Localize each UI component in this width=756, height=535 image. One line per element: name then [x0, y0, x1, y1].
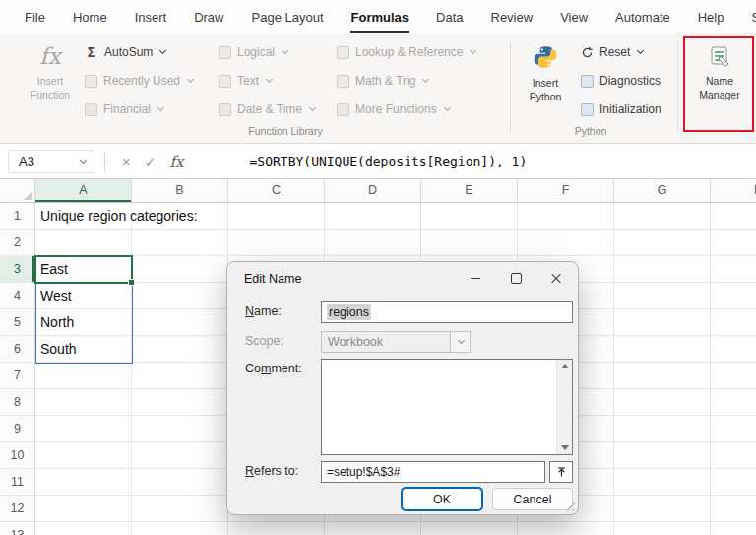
range-picker-button[interactable] — [549, 461, 573, 483]
tab-formulas[interactable]: Formulas — [350, 1, 410, 33]
tab-script[interactable]: Scri — [750, 1, 756, 33]
cell-H12[interactable] — [711, 496, 756, 522]
name-manager-button[interactable]: Name Manager — [687, 44, 752, 101]
formula-input[interactable]: =SORTBY(UNIQUE(deposits[Region]), 1) — [250, 154, 528, 168]
comment-textarea[interactable] — [321, 359, 573, 455]
cell-H3[interactable] — [711, 256, 756, 283]
cell-B2[interactable] — [132, 230, 228, 256]
cell-E13[interactable] — [421, 522, 518, 535]
cell-G12[interactable] — [614, 496, 711, 522]
cell-B10[interactable] — [132, 442, 228, 469]
cell-H4[interactable] — [711, 283, 756, 309]
row-header-4[interactable]: 4 — [0, 283, 35, 309]
cell-H9[interactable] — [711, 416, 756, 442]
column-header-E[interactable]: E — [421, 179, 518, 203]
cell-A10[interactable] — [35, 442, 132, 469]
tab-review[interactable]: Review — [490, 1, 535, 33]
column-header-D[interactable]: D — [325, 179, 421, 203]
reset-button[interactable]: Reset — [581, 41, 662, 63]
tab-automate[interactable]: Automate — [614, 1, 671, 33]
scroll-up-icon[interactable] — [561, 364, 569, 368]
comment-scrollbar[interactable] — [556, 360, 572, 454]
cell-A5[interactable]: North — [35, 309, 132, 336]
cell-B4[interactable] — [132, 283, 228, 309]
tab-data[interactable]: Data — [435, 1, 464, 33]
tab-insert[interactable]: Insert — [134, 1, 168, 33]
tab-home[interactable]: Home — [72, 1, 108, 33]
cell-G11[interactable] — [614, 469, 711, 496]
cell-C1[interactable] — [228, 203, 325, 230]
cell-A2[interactable] — [35, 230, 132, 256]
row-header-2[interactable]: 2 — [0, 230, 35, 256]
cell-G4[interactable] — [614, 283, 711, 309]
row-header-8[interactable]: 8 — [0, 389, 35, 416]
cell-G8[interactable] — [614, 389, 711, 416]
cell-H10[interactable] — [711, 442, 756, 469]
scroll-down-icon[interactable] — [561, 445, 569, 450]
cell-H8[interactable] — [711, 389, 756, 416]
refers-to-input[interactable]: =setup!$A$3# — [321, 461, 545, 483]
cell-E1[interactable] — [421, 203, 518, 230]
insert-python-button[interactable]: Insert Python — [522, 44, 569, 103]
row-header-1[interactable]: 1 — [0, 203, 35, 230]
cell-A3[interactable]: East — [35, 256, 132, 283]
cell-H2[interactable] — [711, 230, 756, 256]
cell-D2[interactable] — [325, 230, 421, 256]
name-box[interactable]: A3 — [8, 150, 94, 173]
cell-A1[interactable]: Unique region categories: — [35, 203, 132, 230]
cell-D13[interactable] — [325, 522, 421, 535]
close-icon[interactable] — [550, 272, 562, 284]
column-header-A[interactable]: A — [35, 179, 132, 203]
tab-page-layout[interactable]: Page Layout — [251, 1, 325, 33]
cell-H1[interactable] — [711, 203, 756, 230]
cell-A4[interactable]: West — [35, 283, 132, 309]
name-input[interactable]: regions — [321, 301, 573, 323]
diagnostics-button[interactable]: Diagnostics — [581, 70, 662, 92]
cell-G5[interactable] — [614, 309, 711, 336]
row-header-7[interactable]: 7 — [0, 363, 35, 389]
tab-view[interactable]: View — [559, 1, 589, 33]
cell-G13[interactable] — [614, 522, 711, 535]
column-header-F[interactable]: F — [518, 179, 614, 203]
row-header-10[interactable]: 10 — [0, 442, 35, 469]
cell-G1[interactable] — [614, 203, 711, 230]
cell-B11[interactable] — [132, 469, 228, 496]
cell-B3[interactable] — [132, 256, 228, 283]
cell-B6[interactable] — [132, 336, 228, 363]
row-header-13[interactable]: 13 — [0, 522, 35, 535]
cell-B13[interactable] — [132, 522, 228, 535]
cell-B12[interactable] — [132, 496, 228, 522]
cell-H13[interactable] — [711, 522, 756, 535]
row-header-12[interactable]: 12 — [0, 496, 35, 522]
cell-B7[interactable] — [132, 363, 228, 389]
cell-G7[interactable] — [614, 363, 711, 389]
ok-button[interactable]: OK — [402, 488, 482, 510]
row-header-6[interactable]: 6 — [0, 336, 35, 363]
column-header-H[interactable]: H — [711, 179, 756, 203]
select-all-corner[interactable] — [0, 179, 35, 203]
column-header-B[interactable]: B — [132, 179, 228, 203]
cancel-button[interactable]: Cancel — [492, 488, 573, 510]
cell-H7[interactable] — [711, 363, 756, 389]
cell-A7[interactable] — [35, 363, 132, 389]
row-header-3[interactable]: 3 — [0, 256, 35, 283]
cell-F13[interactable] — [518, 522, 614, 535]
cell-G3[interactable] — [614, 256, 711, 283]
minimize-icon[interactable] — [470, 272, 481, 284]
column-header-C[interactable]: C — [228, 179, 325, 203]
cell-A12[interactable] — [35, 496, 132, 522]
cell-B5[interactable] — [132, 309, 228, 336]
cell-F2[interactable] — [518, 230, 614, 256]
cell-A8[interactable] — [35, 389, 132, 416]
tab-file[interactable]: File — [24, 1, 46, 33]
row-header-9[interactable]: 9 — [0, 416, 35, 442]
initialization-button[interactable]: Initialization — [581, 99, 662, 120]
cell-H6[interactable] — [711, 336, 756, 363]
tab-draw[interactable]: Draw — [193, 1, 224, 33]
cell-H5[interactable] — [711, 309, 756, 336]
cell-H11[interactable] — [711, 469, 756, 496]
cell-A11[interactable] — [35, 469, 132, 496]
cell-A13[interactable] — [35, 522, 132, 535]
cell-A9[interactable] — [35, 416, 132, 442]
maximize-icon[interactable] — [510, 272, 522, 284]
